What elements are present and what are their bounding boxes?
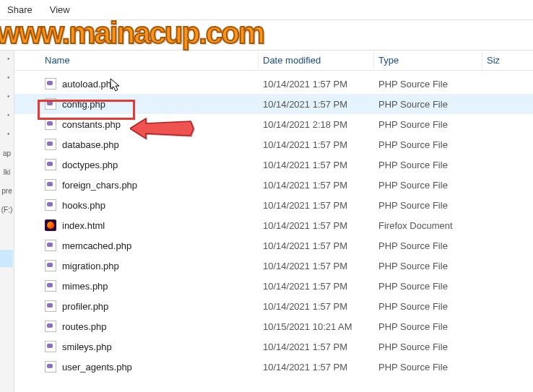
column-header-size[interactable]: Siz (482, 51, 533, 70)
file-date: 10/14/2021 1:57 PM (259, 160, 374, 170)
file-name: memcached.php (62, 240, 131, 251)
file-row[interactable]: user_agents.php10/14/2021 1:57 PMPHP Sou… (14, 357, 533, 377)
file-row[interactable]: autoload.php10/14/2021 1:57 PMPHP Source… (14, 74, 533, 94)
file-list-pane: Name Date modified Type Siz autoload.php… (14, 51, 533, 392)
file-name: index.html (62, 220, 105, 231)
file-type: PHP Source File (374, 362, 482, 373)
file-type: PHP Source File (374, 261, 482, 271)
file-row[interactable]: profiler.php10/14/2021 1:57 PMPHP Source… (14, 296, 533, 316)
file-date: 10/14/2021 1:57 PM (259, 200, 374, 211)
file-date: 10/14/2021 1:57 PM (259, 139, 374, 150)
file-name: config.php (62, 99, 105, 110)
nav-label[interactable]: ap (3, 150, 11, 157)
file-date: 10/14/2021 1:57 PM (259, 341, 374, 352)
file-name: foreign_chars.php (62, 180, 137, 191)
file-row[interactable]: migration.php10/14/2021 1:57 PMPHP Sourc… (14, 256, 533, 276)
file-type: PHP Source File (374, 79, 482, 90)
php-file-icon (45, 240, 56, 251)
menu-view[interactable]: View (50, 4, 70, 15)
file-type: PHP Source File (374, 341, 482, 352)
php-file-icon (45, 78, 56, 90)
file-row[interactable]: hooks.php10/14/2021 1:57 PMPHP Source Fi… (14, 195, 533, 215)
file-row[interactable]: foreign_chars.php10/14/2021 1:57 PMPHP S… (14, 175, 533, 195)
php-file-icon (45, 199, 56, 211)
file-date: 10/14/2021 1:57 PM (259, 261, 374, 271)
file-type: PHP Source File (374, 240, 482, 251)
nav-label[interactable]: (F:) (1, 206, 13, 214)
file-date: 10/15/2021 10:21 AM (259, 321, 374, 332)
file-row[interactable]: index.html10/14/2021 1:57 PMFirefox Docu… (14, 215, 533, 235)
column-header-type[interactable]: Type (374, 51, 482, 70)
php-file-icon (45, 280, 56, 292)
menubar: Share View (0, 0, 533, 20)
file-row[interactable]: config.php10/14/2021 1:57 PMPHP Source F… (14, 94, 533, 114)
file-rows: autoload.php10/14/2021 1:57 PMPHP Source… (14, 71, 533, 377)
nav-label[interactable]: pre (1, 188, 12, 195)
pin-icon (4, 94, 11, 101)
column-header-row: Name Date modified Type Siz (14, 51, 533, 71)
file-name: routes.php (62, 321, 106, 332)
file-row[interactable]: doctypes.php10/14/2021 1:57 PMPHP Source… (14, 154, 533, 175)
file-name: profiler.php (62, 301, 108, 312)
file-type: PHP Source File (374, 99, 482, 110)
php-file-icon (45, 118, 56, 130)
file-row[interactable]: routes.php10/15/2021 10:21 AMPHP Source … (14, 316, 533, 336)
file-date: 10/14/2021 2:18 PM (259, 119, 374, 130)
php-file-icon (45, 98, 56, 110)
php-file-icon (45, 341, 56, 352)
file-type: PHP Source File (374, 200, 482, 211)
column-header-date[interactable]: Date modified (259, 51, 374, 70)
toolbar (0, 20, 533, 51)
php-file-icon (45, 321, 56, 332)
firefox-icon (45, 219, 56, 231)
php-file-icon (45, 159, 56, 170)
php-file-icon (45, 139, 56, 150)
pin-icon (4, 56, 11, 64)
column-header-name[interactable]: Name (14, 51, 259, 70)
file-date: 10/14/2021 1:57 PM (259, 281, 374, 292)
file-date: 10/14/2021 1:57 PM (259, 362, 374, 373)
file-row[interactable]: constants.php10/14/2021 2:18 PMPHP Sourc… (14, 114, 533, 134)
nav-pane: ap lki pre (F:) (0, 51, 14, 392)
pin-icon (4, 75, 11, 82)
file-date: 10/14/2021 1:57 PM (259, 180, 374, 191)
file-name: autoload.php (62, 79, 116, 90)
menu-share[interactable]: Share (7, 4, 32, 15)
file-name: doctypes.php (62, 160, 118, 170)
file-type: PHP Source File (374, 119, 482, 130)
pin-icon (4, 131, 11, 139)
file-name: constants.php (62, 119, 121, 130)
file-row[interactable]: smileys.php10/14/2021 1:57 PMPHP Source … (14, 336, 533, 357)
file-type: PHP Source File (374, 301, 482, 312)
file-date: 10/14/2021 1:57 PM (259, 79, 374, 90)
file-type: PHP Source File (374, 139, 482, 150)
file-type: PHP Source File (374, 321, 482, 332)
file-row[interactable]: memcached.php10/14/2021 1:57 PMPHP Sourc… (14, 235, 533, 256)
file-row[interactable]: database.php10/14/2021 1:57 PMPHP Source… (14, 134, 533, 154)
main-area: ap lki pre (F:) Name Date modified Type … (0, 51, 533, 392)
pin-icon (4, 113, 11, 120)
php-file-icon (45, 179, 56, 191)
php-file-icon (45, 361, 56, 373)
file-type: Firefox Document (374, 220, 482, 231)
file-date: 10/14/2021 1:57 PM (259, 220, 374, 231)
file-type: PHP Source File (374, 160, 482, 170)
file-name: database.php (62, 139, 119, 150)
file-row[interactable]: mimes.php10/14/2021 1:57 PMPHP Source Fi… (14, 276, 533, 296)
file-date: 10/14/2021 1:57 PM (259, 99, 374, 110)
file-name: hooks.php (62, 200, 105, 211)
nav-label[interactable]: lki (4, 169, 10, 176)
file-date: 10/14/2021 1:57 PM (259, 240, 374, 251)
file-name: mimes.php (62, 281, 108, 292)
file-name: smileys.php (62, 341, 112, 352)
php-file-icon (45, 300, 56, 312)
file-type: PHP Source File (374, 281, 482, 292)
php-file-icon (45, 260, 56, 271)
nav-selection-marker (0, 250, 13, 267)
file-date: 10/14/2021 1:57 PM (259, 301, 374, 312)
file-type: PHP Source File (374, 180, 482, 191)
file-name: migration.php (62, 261, 119, 271)
file-name: user_agents.php (62, 362, 132, 373)
